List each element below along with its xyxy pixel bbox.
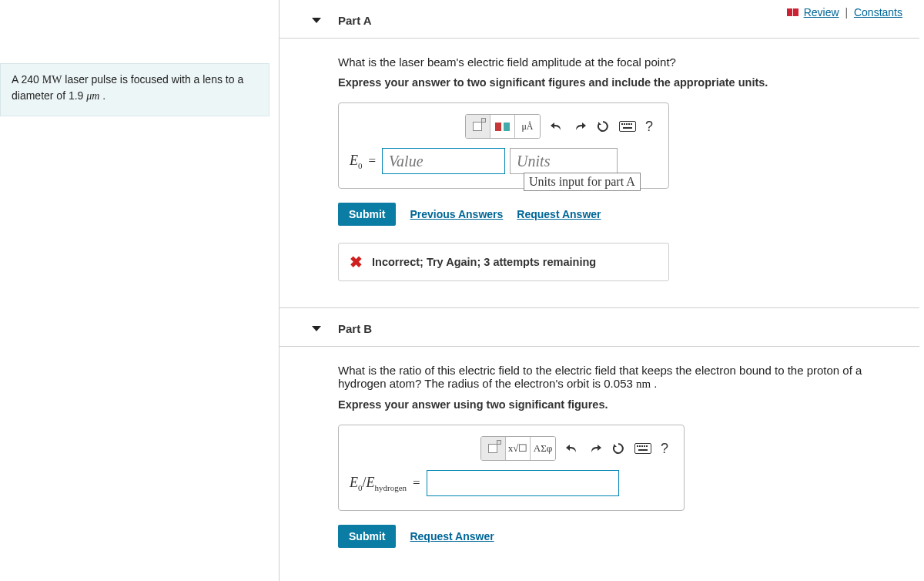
svg-rect-14 xyxy=(646,445,648,447)
part-b-answer-panel: x√☐ ΑΣφ ? xyxy=(338,425,685,511)
keyboard-icon[interactable] xyxy=(619,121,636,132)
incorrect-icon: ✖ xyxy=(350,253,363,271)
previous-answers-link[interactable]: Previous Answers xyxy=(410,208,503,220)
undo-icon[interactable] xyxy=(565,442,579,455)
part-a-question: What is the laser beam's electric field … xyxy=(338,55,901,69)
help-icon[interactable]: ? xyxy=(661,441,668,457)
part-b-lhs: E0/Ehydrogen xyxy=(350,475,407,492)
help-icon[interactable]: ? xyxy=(645,119,653,135)
part-a-instruction: Express your answer to two significant f… xyxy=(338,76,901,89)
template-buttons-b: x√☐ ΑΣφ xyxy=(480,436,556,461)
part-a-body: What is the laser beam's electric field … xyxy=(280,39,924,281)
submit-button[interactable]: Submit xyxy=(338,203,396,226)
svg-rect-3 xyxy=(621,123,623,125)
svg-rect-15 xyxy=(638,449,648,451)
svg-rect-2 xyxy=(619,122,635,132)
radius-unit: nm xyxy=(636,378,651,390)
part-b-instruction: Express your answer using two significan… xyxy=(338,398,901,411)
reset-icon[interactable] xyxy=(596,119,610,133)
equals-sign: = xyxy=(367,153,378,169)
main-column: Part A What is the laser beam's electric… xyxy=(279,0,924,581)
fraction-template-icon[interactable] xyxy=(490,115,515,138)
redo-icon[interactable] xyxy=(588,442,602,455)
svg-rect-6 xyxy=(628,123,630,125)
part-b-actions: Submit Request Answer xyxy=(338,525,901,548)
keyboard-icon[interactable] xyxy=(634,443,651,454)
units-picker-button[interactable]: μÅ xyxy=(515,115,540,138)
value-input[interactable] xyxy=(382,148,505,174)
problem-text-3: . xyxy=(99,89,105,102)
template-picker-icon[interactable] xyxy=(481,437,506,460)
undo-icon[interactable] xyxy=(550,120,564,133)
svg-rect-4 xyxy=(624,123,625,125)
redo-icon[interactable] xyxy=(573,120,587,133)
power-unit: MW xyxy=(42,74,62,86)
template-buttons: μÅ xyxy=(465,114,541,139)
problem-text-1: A 240 xyxy=(12,73,42,86)
svg-rect-8 xyxy=(623,127,632,129)
greek-picker-button[interactable]: ΑΣφ xyxy=(531,437,555,460)
part-b-toolbar: x√☐ ΑΣφ ? xyxy=(350,436,673,461)
part-a-header[interactable]: Part A xyxy=(280,0,919,39)
units-input[interactable] xyxy=(510,148,618,174)
svg-rect-7 xyxy=(631,123,632,125)
diameter-unit: μm xyxy=(86,90,99,102)
part-a-title: Part A xyxy=(338,14,372,27)
units-tooltip: Units input for part A xyxy=(524,173,641,191)
part-a-lhs: E0 xyxy=(350,153,363,170)
reset-icon[interactable] xyxy=(611,442,625,455)
problem-statement: A 240 MW laser pulse is focused with a l… xyxy=(0,63,270,116)
part-b-header[interactable]: Part B xyxy=(280,307,919,347)
part-b-input-row: E0/Ehydrogen = xyxy=(350,470,673,496)
request-answer-link[interactable]: Request Answer xyxy=(410,530,494,542)
request-answer-link[interactable]: Request Answer xyxy=(517,208,601,220)
chevron-down-icon xyxy=(312,18,321,23)
part-a-toolbar: μÅ ? xyxy=(350,114,658,139)
chevron-down-icon xyxy=(312,326,321,331)
root-template-icon[interactable]: x√☐ xyxy=(506,437,531,460)
part-b-title: Part B xyxy=(338,322,372,335)
part-b-body: What is the ratio of this electric field… xyxy=(280,347,924,548)
ratio-input[interactable] xyxy=(427,470,619,496)
feedback-box: ✖ Incorrect; Try Again; 3 attempts remai… xyxy=(338,243,669,281)
feedback-text: Incorrect; Try Again; 3 attempts remaini… xyxy=(372,256,596,268)
part-a-input-row: E0 = xyxy=(350,148,658,174)
svg-rect-13 xyxy=(644,445,645,447)
svg-rect-10 xyxy=(637,445,638,447)
svg-rect-12 xyxy=(641,445,643,447)
equals-sign: = xyxy=(411,475,422,491)
submit-button[interactable]: Submit xyxy=(338,525,396,548)
part-a-actions: Submit Previous Answers Request Answer xyxy=(338,203,901,226)
svg-rect-5 xyxy=(626,123,628,125)
template-picker-icon[interactable] xyxy=(466,115,490,138)
part-a-answer-panel: μÅ ? E0 = xyxy=(338,102,669,189)
part-b-question: What is the ratio of this electric field… xyxy=(338,364,901,391)
svg-rect-9 xyxy=(634,444,651,454)
svg-rect-11 xyxy=(639,445,641,447)
